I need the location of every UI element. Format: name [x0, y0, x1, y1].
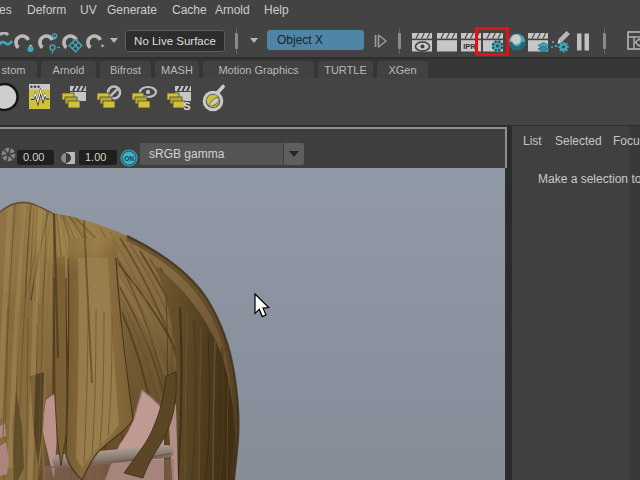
svg-text:✦: ✦ — [100, 43, 105, 49]
svg-text:ON: ON — [124, 155, 134, 162]
svg-text:S: S — [183, 100, 190, 112]
